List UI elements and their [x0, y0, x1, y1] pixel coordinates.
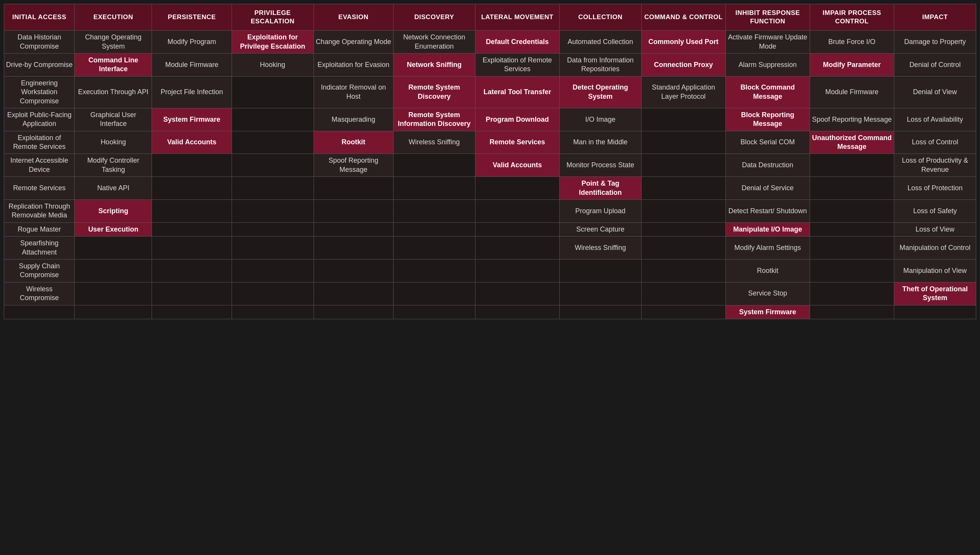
cell-r7-c6[interactable]	[475, 200, 559, 223]
cell-r7-c11[interactable]: Loss of Safety	[894, 200, 976, 223]
cell-r4-c8[interactable]	[641, 131, 725, 154]
cell-r2-c9[interactable]: Block Command Message	[725, 76, 810, 108]
cell-r7-c10[interactable]	[810, 200, 894, 223]
cell-r0-c5[interactable]: Network Connection Enumeration	[393, 31, 475, 54]
cell-r3-c5[interactable]: Remote System Information Discovery	[393, 108, 475, 131]
cell-r10-c2[interactable]	[152, 260, 232, 282]
cell-r6-c4[interactable]	[314, 177, 393, 200]
cell-r3-c11[interactable]: Loss of Availability	[894, 108, 976, 131]
cell-r4-c1[interactable]: Hooking	[75, 131, 152, 154]
cell-r6-c7[interactable]: Point & Tag Identification	[559, 177, 641, 200]
cell-r5-c9[interactable]: Data Destruction	[725, 154, 810, 177]
cell-r4-c7[interactable]: Man in the Middle	[559, 131, 641, 154]
cell-r9-c10[interactable]	[810, 237, 894, 260]
cell-r1-c5[interactable]: Network Sniffing	[393, 53, 475, 76]
cell-r12-c5[interactable]	[393, 305, 475, 319]
cell-r1-c9[interactable]: Alarm Suppression	[725, 53, 810, 76]
cell-r12-c3[interactable]	[232, 305, 314, 319]
cell-r11-c5[interactable]	[393, 282, 475, 305]
cell-r11-c0[interactable]: Wireless Compromise	[4, 282, 75, 305]
cell-r8-c0[interactable]: Rogue Master	[4, 222, 75, 236]
cell-r1-c7[interactable]: Data from Information Repositories	[559, 53, 641, 76]
cell-r11-c3[interactable]	[232, 282, 314, 305]
cell-r4-c11[interactable]: Loss of Control	[894, 131, 976, 154]
cell-r6-c2[interactable]	[152, 177, 232, 200]
cell-r2-c5[interactable]: Remote System Discovery	[393, 76, 475, 108]
cell-r9-c3[interactable]	[232, 237, 314, 260]
cell-r6-c8[interactable]	[641, 177, 725, 200]
cell-r9-c2[interactable]	[152, 237, 232, 260]
cell-r6-c1[interactable]: Native API	[75, 177, 152, 200]
cell-r11-c7[interactable]	[559, 282, 641, 305]
cell-r12-c4[interactable]	[314, 305, 393, 319]
cell-r4-c9[interactable]: Block Serial COM	[725, 131, 810, 154]
cell-r1-c6[interactable]: Exploitation of Remote Services	[475, 53, 559, 76]
cell-r0-c7[interactable]: Automated Collection	[559, 31, 641, 54]
cell-r8-c1[interactable]: User Execution	[75, 222, 152, 236]
cell-r1-c2[interactable]: Module Firmware	[152, 53, 232, 76]
cell-r6-c10[interactable]	[810, 177, 894, 200]
cell-r6-c0[interactable]: Remote Services	[4, 177, 75, 200]
cell-r4-c4[interactable]: Rootkit	[314, 131, 393, 154]
cell-r2-c8[interactable]: Standard Application Layer Protocol	[641, 76, 725, 108]
cell-r5-c1[interactable]: Modify Controller Tasking	[75, 154, 152, 177]
cell-r4-c5[interactable]: Wireless Sniffing	[393, 131, 475, 154]
cell-r3-c4[interactable]: Masquerading	[314, 108, 393, 131]
cell-r3-c1[interactable]: Graphical User Interface	[75, 108, 152, 131]
cell-r8-c6[interactable]	[475, 222, 559, 236]
cell-r11-c8[interactable]	[641, 282, 725, 305]
cell-r10-c4[interactable]	[314, 260, 393, 282]
cell-r8-c11[interactable]: Loss of View	[894, 222, 976, 236]
cell-r12-c9[interactable]: System Firmware	[725, 305, 810, 319]
cell-r12-c1[interactable]	[75, 305, 152, 319]
cell-r3-c7[interactable]: I/O Image	[559, 108, 641, 131]
cell-r9-c4[interactable]	[314, 237, 393, 260]
cell-r11-c9[interactable]: Service Stop	[725, 282, 810, 305]
cell-r12-c0[interactable]	[4, 305, 75, 319]
cell-r9-c1[interactable]	[75, 237, 152, 260]
cell-r12-c11[interactable]	[894, 305, 976, 319]
cell-r3-c9[interactable]: Block Reporting Message	[725, 108, 810, 131]
cell-r5-c11[interactable]: Loss of Productivity & Revenue	[894, 154, 976, 177]
cell-r0-c9[interactable]: Activate Firmware Update Mode	[725, 31, 810, 54]
cell-r3-c3[interactable]	[232, 108, 314, 131]
cell-r8-c8[interactable]	[641, 222, 725, 236]
cell-r8-c2[interactable]	[152, 222, 232, 236]
cell-r3-c6[interactable]: Program Download	[475, 108, 559, 131]
cell-r8-c4[interactable]	[314, 222, 393, 236]
cell-r11-c2[interactable]	[152, 282, 232, 305]
cell-r10-c7[interactable]	[559, 260, 641, 282]
cell-r5-c2[interactable]	[152, 154, 232, 177]
cell-r0-c3[interactable]: Exploitation for Privilege Escalation	[232, 31, 314, 54]
cell-r2-c6[interactable]: Lateral Tool Transfer	[475, 76, 559, 108]
cell-r5-c8[interactable]	[641, 154, 725, 177]
cell-r7-c8[interactable]	[641, 200, 725, 223]
cell-r10-c1[interactable]	[75, 260, 152, 282]
cell-r5-c7[interactable]: Monitor Process State	[559, 154, 641, 177]
cell-r5-c5[interactable]	[393, 154, 475, 177]
cell-r9-c0[interactable]: Spearfishing Attachment	[4, 237, 75, 260]
cell-r2-c11[interactable]: Denial of View	[894, 76, 976, 108]
cell-r9-c8[interactable]	[641, 237, 725, 260]
cell-r5-c10[interactable]	[810, 154, 894, 177]
cell-r6-c3[interactable]	[232, 177, 314, 200]
cell-r8-c7[interactable]: Screen Capture	[559, 222, 641, 236]
cell-r11-c1[interactable]	[75, 282, 152, 305]
cell-r2-c10[interactable]: Module Firmware	[810, 76, 894, 108]
cell-r1-c1[interactable]: Command Line Interface	[75, 53, 152, 76]
cell-r10-c8[interactable]	[641, 260, 725, 282]
cell-r5-c0[interactable]: Internet Accessible Device	[4, 154, 75, 177]
cell-r5-c6[interactable]: Valid Accounts	[475, 154, 559, 177]
cell-r7-c9[interactable]: Detect Restart/ Shutdown	[725, 200, 810, 223]
cell-r0-c6[interactable]: Default Credentials	[475, 31, 559, 54]
cell-r10-c10[interactable]	[810, 260, 894, 282]
cell-r12-c2[interactable]	[152, 305, 232, 319]
cell-r4-c3[interactable]	[232, 131, 314, 154]
cell-r7-c5[interactable]	[393, 200, 475, 223]
cell-r11-c11[interactable]: Theft of Operational System	[894, 282, 976, 305]
cell-r2-c2[interactable]: Project File Infection	[152, 76, 232, 108]
cell-r9-c6[interactable]	[475, 237, 559, 260]
cell-r0-c2[interactable]: Modify Program	[152, 31, 232, 54]
cell-r7-c7[interactable]: Program Upload	[559, 200, 641, 223]
cell-r11-c10[interactable]	[810, 282, 894, 305]
